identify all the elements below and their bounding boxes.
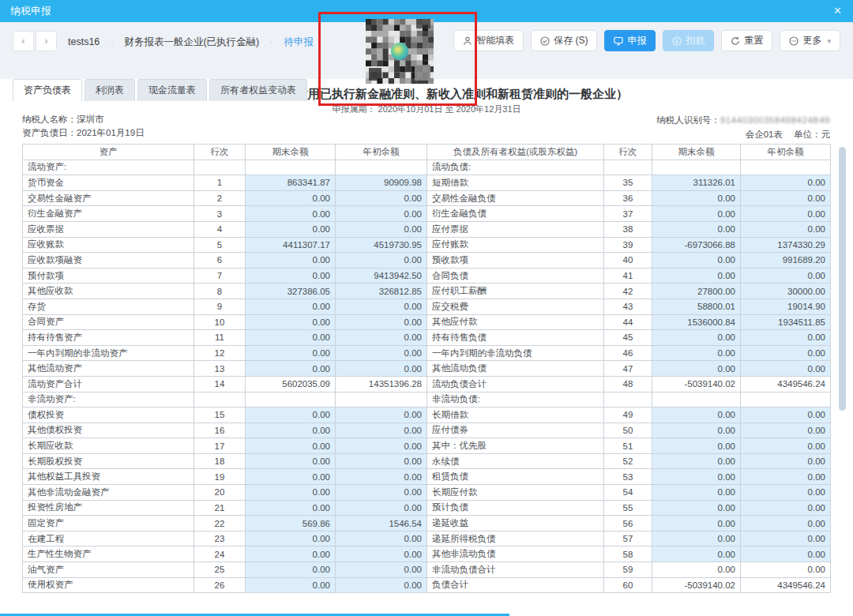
begin-balance-cell[interactable]: 0.00: [741, 175, 831, 191]
begin-balance-cell[interactable]: 1374330.29: [741, 237, 831, 253]
end-balance-cell[interactable]: 0.00: [246, 221, 336, 237]
end-balance-cell[interactable]: 0.00: [246, 423, 336, 438]
tab-balance-sheet[interactable]: 资产负债表: [13, 79, 82, 102]
begin-balance-cell[interactable]: 4519730.95: [336, 237, 427, 253]
end-balance-cell[interactable]: 0.00: [652, 438, 741, 454]
end-balance-cell[interactable]: 0.00: [652, 500, 741, 516]
tab-equity-changes[interactable]: 所有者权益变动表: [209, 79, 307, 101]
end-balance-cell[interactable]: 0.00: [652, 531, 741, 547]
end-balance-cell[interactable]: 0.00: [652, 547, 741, 562]
begin-balance-cell[interactable]: 0.00: [336, 577, 427, 593]
begin-balance-cell[interactable]: 0.00: [336, 221, 427, 237]
end-balance-cell[interactable]: 0.00: [652, 408, 741, 423]
begin-balance-cell[interactable]: 90909.98: [336, 175, 427, 191]
begin-balance-cell[interactable]: 0.00: [336, 453, 427, 469]
end-balance-cell[interactable]: 0.00: [246, 500, 336, 516]
begin-balance-cell[interactable]: 0.00: [741, 330, 831, 346]
declare-button[interactable]: 申报: [604, 30, 656, 51]
end-balance-cell[interactable]: 0.00: [246, 268, 336, 284]
end-balance-cell[interactable]: 0.00: [652, 253, 741, 269]
end-balance-cell[interactable]: 0.00: [246, 253, 336, 269]
begin-balance-cell[interactable]: 0.00: [741, 423, 831, 438]
begin-balance-cell[interactable]: 0.00: [336, 345, 427, 361]
end-balance-cell[interactable]: 0.00: [246, 547, 336, 562]
begin-balance-cell[interactable]: 0.00: [336, 423, 427, 438]
begin-balance-cell[interactable]: 0.00: [336, 206, 427, 222]
begin-balance-cell[interactable]: 0.00: [336, 299, 427, 314]
begin-balance-cell[interactable]: 0.00: [741, 485, 831, 501]
end-balance-cell[interactable]: -6973066.88: [652, 237, 741, 253]
end-balance-cell[interactable]: 0.00: [246, 485, 336, 501]
end-balance-cell[interactable]: 0.00: [652, 268, 741, 284]
end-balance-cell[interactable]: 863341.87: [246, 175, 336, 191]
end-balance-cell[interactable]: 569.86: [246, 516, 336, 531]
begin-balance-cell[interactable]: 0.00: [336, 361, 427, 377]
end-balance-cell[interactable]: 0.00: [652, 453, 741, 469]
end-balance-cell[interactable]: 0.00: [652, 330, 741, 346]
end-balance-cell[interactable]: 0.00: [652, 516, 741, 531]
begin-balance-cell[interactable]: 1934511.85: [741, 314, 831, 330]
more-button[interactable]: 更多 ▾: [780, 30, 840, 51]
reset-button[interactable]: 重置: [721, 30, 772, 51]
begin-balance-cell[interactable]: 30000.00: [741, 284, 831, 299]
begin-balance-cell[interactable]: 0.00: [741, 361, 831, 377]
end-balance-cell[interactable]: 0.00: [652, 190, 741, 206]
end-balance-cell[interactable]: 0.00: [246, 531, 336, 547]
end-balance-cell[interactable]: 4411307.17: [246, 237, 336, 253]
begin-balance-cell[interactable]: 326812.85: [336, 284, 427, 299]
end-balance-cell[interactable]: 0.00: [246, 314, 336, 330]
end-balance-cell[interactable]: 0.00: [246, 206, 336, 222]
begin-balance-cell[interactable]: 19014.90: [741, 299, 831, 314]
end-balance-cell[interactable]: 0.00: [652, 423, 741, 438]
begin-balance-cell[interactable]: 0.00: [741, 531, 831, 547]
end-balance-cell[interactable]: 0.00: [246, 469, 336, 485]
begin-balance-cell[interactable]: 0.00: [741, 221, 831, 237]
begin-balance-cell[interactable]: 0.00: [741, 408, 831, 423]
end-balance-cell[interactable]: 0.00: [246, 453, 336, 469]
begin-balance-cell[interactable]: 0.00: [336, 531, 427, 547]
end-balance-cell[interactable]: 27800.00: [652, 284, 741, 299]
end-balance-cell[interactable]: 0.00: [246, 577, 336, 593]
end-balance-cell[interactable]: 327386.05: [246, 284, 336, 299]
begin-balance-cell[interactable]: 0.00: [741, 469, 831, 485]
tab-income-statement[interactable]: 利润表: [85, 79, 135, 101]
prev-record-button[interactable]: ‹: [13, 31, 34, 51]
begin-balance-cell[interactable]: 0.00: [741, 206, 831, 222]
close-icon[interactable]: ✕: [833, 0, 842, 22]
end-balance-cell[interactable]: 0.00: [652, 206, 741, 222]
begin-balance-cell[interactable]: 0.00: [336, 469, 427, 485]
end-balance-cell[interactable]: 0.00: [246, 299, 336, 314]
begin-balance-cell[interactable]: 0.00: [741, 547, 831, 562]
end-balance-cell[interactable]: 0.00: [652, 485, 741, 501]
end-balance-cell[interactable]: 1536000.84: [652, 314, 741, 330]
begin-balance-cell[interactable]: 1546.54: [336, 516, 427, 531]
end-balance-cell[interactable]: 0.00: [652, 361, 741, 377]
begin-balance-cell[interactable]: 991689.20: [741, 253, 831, 269]
end-balance-cell[interactable]: 0.00: [246, 408, 336, 423]
begin-balance-cell[interactable]: 0.00: [336, 330, 427, 346]
vertical-scrollbar-thumb[interactable]: [839, 147, 846, 411]
end-balance-cell[interactable]: 0.00: [246, 361, 336, 377]
deduct-button[interactable]: 扣款: [663, 30, 714, 51]
begin-balance-cell[interactable]: 0.00: [741, 516, 831, 531]
end-balance-cell[interactable]: 0.00: [652, 221, 741, 237]
end-balance-cell[interactable]: 0.00: [246, 345, 336, 361]
end-balance-cell[interactable]: 0.00: [652, 345, 741, 361]
end-balance-cell[interactable]: 0.00: [652, 469, 741, 485]
save-button[interactable]: 保存 (S): [531, 30, 597, 51]
begin-balance-cell[interactable]: 0.00: [336, 408, 427, 423]
end-balance-cell[interactable]: 311326.01: [652, 175, 741, 191]
begin-balance-cell[interactable]: 0.00: [336, 253, 427, 269]
begin-balance-cell[interactable]: 0.00: [741, 345, 831, 361]
begin-balance-cell[interactable]: 0.00: [741, 453, 831, 469]
begin-balance-cell[interactable]: 0.00: [336, 500, 427, 516]
begin-balance-cell[interactable]: 0.00: [741, 500, 831, 516]
begin-balance-cell[interactable]: 0.00: [336, 562, 427, 578]
end-balance-cell[interactable]: 58800.01: [652, 299, 741, 314]
begin-balance-cell[interactable]: 0.00: [741, 190, 831, 206]
begin-balance-cell[interactable]: 0.00: [741, 438, 831, 454]
end-balance-cell[interactable]: 0.00: [246, 438, 336, 454]
begin-balance-cell[interactable]: 0.00: [336, 190, 427, 206]
begin-balance-cell[interactable]: 0.00: [336, 485, 427, 501]
begin-balance-cell[interactable]: 9413942.50: [336, 268, 427, 284]
